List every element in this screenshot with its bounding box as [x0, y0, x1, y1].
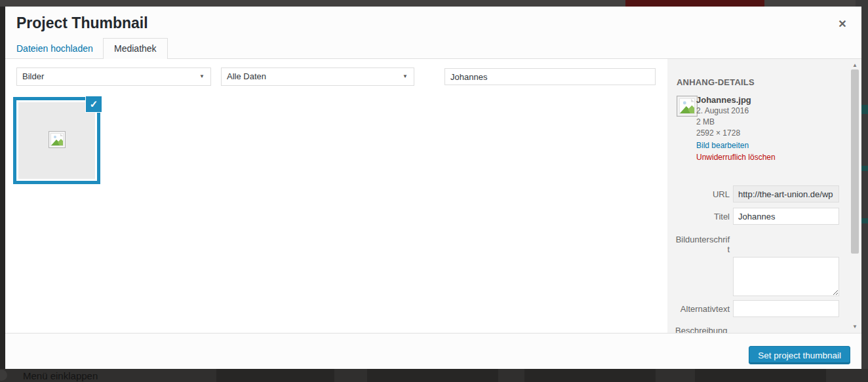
background-table-fragment: [367, 369, 498, 382]
attachment-filename: Johannes.jpg: [696, 95, 751, 105]
edit-image-link[interactable]: Bild bearbeiten: [696, 141, 749, 150]
title-field[interactable]: [733, 208, 839, 225]
attachment-tile-selected[interactable]: ✓: [13, 97, 100, 184]
background-bottom-area: Menü einklappen: [0, 369, 868, 382]
description-label: Beschreibung: [675, 326, 747, 333]
background-table-fragment: [216, 369, 334, 382]
url-field[interactable]: [733, 185, 839, 202]
close-icon[interactable]: ✕: [835, 17, 850, 31]
caption-field[interactable]: [733, 257, 839, 296]
alt-text-label: Alternativtext: [674, 304, 730, 314]
scrollbar-thumb[interactable]: [851, 69, 859, 254]
chevron-down-icon: ▼: [199, 68, 205, 85]
set-thumbnail-button[interactable]: Set project thumbnail: [749, 346, 850, 364]
delete-permanently-link[interactable]: Unwiderruflich löschen: [696, 153, 776, 162]
background-right-edge: [861, 7, 868, 382]
broken-image-icon: [49, 131, 66, 151]
attachment-thumb-icon: [677, 96, 698, 117]
collapse-menu-label: Menü einklappen: [23, 370, 98, 381]
background-left-edge: [0, 7, 5, 382]
background-table-fragment: [695, 369, 826, 382]
media-type-filter[interactable]: Bilder ▼: [16, 67, 211, 86]
background-menu-fragment: [861, 218, 868, 223]
check-icon[interactable]: ✓: [86, 96, 102, 112]
collapse-menu-icon: [0, 370, 7, 381]
attachment-filesize: 2 MB: [696, 117, 715, 126]
date-filter[interactable]: Alle Daten ▼: [221, 67, 414, 86]
scroll-down-icon[interactable]: ▼: [850, 323, 859, 331]
media-type-filter-value: Bilder: [22, 71, 44, 81]
page-title: Project Thumbnail: [16, 14, 148, 32]
media-modal: Project Thumbnail ✕ Dateien hochladen Me…: [5, 7, 861, 369]
background-menu-fragment: [861, 166, 868, 171]
date-filter-value: Alle Daten: [227, 71, 266, 81]
tab-media-library[interactable]: Mediathek: [103, 38, 168, 60]
attachment-date: 2. August 2016: [696, 106, 749, 115]
alt-text-field[interactable]: [733, 300, 839, 317]
sidebar-heading: ANHANG-DETAILS: [677, 77, 755, 87]
tab-upload-files[interactable]: Dateien hochladen: [16, 39, 93, 59]
caption-label: Bildunterschrift: [674, 235, 730, 254]
title-label: Titel: [674, 212, 730, 221]
attachment-preview: [18, 102, 95, 179]
attachments-browser: Bilder ▼ Alle Daten ▼: [5, 59, 667, 333]
scroll-up-icon[interactable]: ▲: [850, 62, 859, 69]
search-input[interactable]: [444, 68, 656, 85]
chevron-down-icon: ▼: [403, 68, 408, 85]
url-label: URL: [674, 189, 730, 199]
background-table-fragment: [524, 369, 656, 382]
admin-bar-corner: [856, 0, 868, 7]
tab-bar: Dateien hochladen Mediathek: [5, 39, 861, 59]
modal-footer: Set project thumbnail: [5, 333, 861, 369]
sidebar-scrollbar[interactable]: ▲ ▼: [850, 59, 859, 333]
attachment-details-sidebar: ANHANG-DETAILS Johannes.jpg 2. August 20…: [667, 59, 861, 333]
background-alert-bar: [625, 0, 764, 7]
background-menu-fragment: [861, 105, 868, 114]
attachment-dimensions: 2592 × 1728: [696, 128, 740, 138]
